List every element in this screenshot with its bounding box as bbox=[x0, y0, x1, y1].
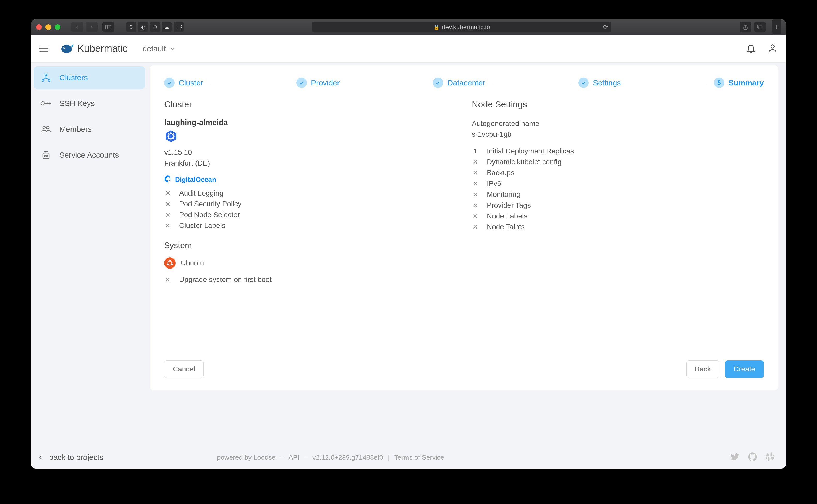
sidebar-item-label: SSH Keys bbox=[59, 99, 95, 108]
flag-row: ✕Audit Logging bbox=[164, 189, 456, 197]
window-minimize-button[interactable] bbox=[45, 24, 51, 30]
browser-titlebar: B ◐ ① ☁ ⋮⋮ 🔒 dev.kubermatic.io ⟳ bbox=[31, 19, 786, 35]
cancel-button[interactable]: Cancel bbox=[164, 360, 204, 378]
digitalocean-icon bbox=[164, 175, 172, 184]
account-button[interactable] bbox=[767, 43, 778, 54]
x-icon: ✕ bbox=[164, 222, 171, 230]
back-to-projects-label: back to projects bbox=[49, 453, 103, 462]
x-icon: ✕ bbox=[472, 180, 479, 188]
extension-icon[interactable]: B bbox=[126, 22, 136, 32]
check-icon bbox=[164, 78, 174, 88]
x-icon: ✕ bbox=[164, 211, 171, 219]
github-icon[interactable] bbox=[747, 452, 758, 463]
flag-row: ✕Backups bbox=[472, 169, 764, 177]
svg-point-14 bbox=[46, 126, 49, 129]
tos-link[interactable]: Terms of Service bbox=[394, 453, 444, 461]
menu-button[interactable] bbox=[39, 43, 51, 54]
cluster-name: laughing-almeida bbox=[164, 118, 456, 127]
flag-row: ✕Monitoring bbox=[472, 190, 764, 199]
x-icon: ✕ bbox=[472, 158, 479, 166]
flag-row: ✕Upgrade system on first boot bbox=[164, 275, 456, 284]
flag-label: Audit Logging bbox=[179, 189, 224, 197]
x-icon: ✕ bbox=[164, 276, 171, 284]
sidebar-item-clusters[interactable]: Clusters bbox=[34, 66, 145, 89]
step-datacenter[interactable]: Datacenter bbox=[433, 78, 485, 88]
x-icon: ✕ bbox=[472, 191, 479, 199]
x-icon: ✕ bbox=[472, 201, 479, 209]
back-to-projects-link[interactable]: back to projects bbox=[37, 453, 103, 462]
svg-rect-28 bbox=[165, 181, 166, 182]
step-label: Datacenter bbox=[447, 78, 485, 87]
create-button[interactable]: Create bbox=[725, 360, 764, 378]
sidebar-item-service-accounts[interactable]: Service Accounts bbox=[34, 144, 145, 166]
x-icon: ✕ bbox=[472, 223, 479, 231]
back-button[interactable]: Back bbox=[686, 360, 719, 378]
step-number-badge: 5 bbox=[714, 78, 724, 88]
step-provider[interactable]: Provider bbox=[297, 78, 340, 88]
flag-label: Cluster Labels bbox=[179, 222, 226, 230]
x-icon: ✕ bbox=[472, 212, 479, 220]
step-summary[interactable]: 5 Summary bbox=[714, 78, 764, 88]
check-icon bbox=[433, 78, 443, 88]
svg-point-7 bbox=[64, 47, 65, 48]
summary-node-column: Node Settings Autogenerated name s-1vcpu… bbox=[472, 99, 764, 350]
svg-point-9 bbox=[45, 74, 47, 76]
svg-point-12 bbox=[41, 102, 44, 105]
flag-label: Backups bbox=[487, 169, 514, 177]
project-switcher[interactable]: default bbox=[142, 44, 176, 53]
svg-point-33 bbox=[167, 264, 168, 265]
reload-icon[interactable]: ⟳ bbox=[603, 24, 608, 30]
flag-row: ✕Pod Security Policy bbox=[164, 200, 456, 208]
x-icon: ✕ bbox=[472, 169, 479, 177]
brand[interactable]: Kubermatic bbox=[61, 42, 127, 55]
wizard-stepper: Cluster Provider Datacenter bbox=[164, 78, 764, 88]
extension-icon[interactable]: ☁ bbox=[162, 22, 172, 32]
flag-label: Dynamic kubelet config bbox=[487, 158, 561, 166]
tabs-button[interactable] bbox=[754, 22, 766, 32]
sidebar: Clusters SSH Keys Members bbox=[31, 63, 150, 446]
slack-icon[interactable] bbox=[765, 452, 775, 463]
extension-icon[interactable]: ① bbox=[150, 22, 160, 32]
sidebar-item-label: Service Accounts bbox=[59, 151, 119, 159]
flag-label: Pod Security Policy bbox=[179, 200, 242, 208]
sidebar-item-members[interactable]: Members bbox=[34, 118, 145, 141]
svg-rect-29 bbox=[165, 180, 165, 181]
flag-label: Initial Deployment Replicas bbox=[487, 147, 574, 155]
bell-icon bbox=[746, 43, 756, 53]
members-icon bbox=[40, 125, 52, 133]
step-settings[interactable]: Settings bbox=[578, 78, 621, 88]
flag-row: ✕Dynamic kubelet config bbox=[472, 158, 764, 166]
sidebar-item-ssh-keys[interactable]: SSH Keys bbox=[34, 92, 145, 115]
section-title: System bbox=[164, 241, 456, 250]
share-button[interactable] bbox=[740, 22, 751, 32]
new-tab-button[interactable]: ＋ bbox=[772, 19, 781, 34]
check-icon bbox=[578, 78, 589, 88]
cluster-location: Frankfurt (DE) bbox=[164, 158, 456, 169]
section-title: Node Settings bbox=[472, 99, 764, 109]
browser-address-bar[interactable]: 🔒 dev.kubermatic.io ⟳ bbox=[312, 22, 611, 32]
window-close-button[interactable] bbox=[36, 24, 42, 30]
kubernetes-icon bbox=[164, 129, 178, 143]
flag-label: Pod Node Selector bbox=[179, 211, 240, 219]
flag-row: ✕Cluster Labels bbox=[164, 222, 456, 230]
twitter-icon[interactable] bbox=[730, 452, 740, 463]
extension-icon[interactable]: ◐ bbox=[138, 22, 148, 32]
browser-forward-button[interactable] bbox=[86, 22, 98, 32]
step-label: Summary bbox=[729, 78, 764, 87]
section-title: Cluster bbox=[164, 99, 456, 109]
x-icon: ✕ bbox=[164, 189, 171, 197]
flag-row: ✕IPv6 bbox=[472, 180, 764, 188]
summary-cluster-column: Cluster laughing-almeida v1.15.10 Frankf… bbox=[164, 99, 456, 350]
api-link[interactable]: API bbox=[289, 453, 300, 461]
extension-icon[interactable]: ⋮⋮ bbox=[173, 22, 184, 32]
step-cluster[interactable]: Cluster bbox=[164, 78, 203, 88]
provider-name: DigitalOcean bbox=[175, 176, 216, 184]
svg-point-30 bbox=[168, 261, 172, 265]
browser-sidebar-button[interactable] bbox=[102, 22, 114, 32]
window-maximize-button[interactable] bbox=[55, 24, 60, 30]
browser-back-button[interactable] bbox=[71, 22, 83, 32]
svg-point-5 bbox=[61, 45, 72, 53]
traffic-lights bbox=[36, 24, 60, 30]
wizard-card: Cluster Provider Datacenter bbox=[150, 65, 778, 390]
notifications-button[interactable] bbox=[746, 43, 756, 54]
